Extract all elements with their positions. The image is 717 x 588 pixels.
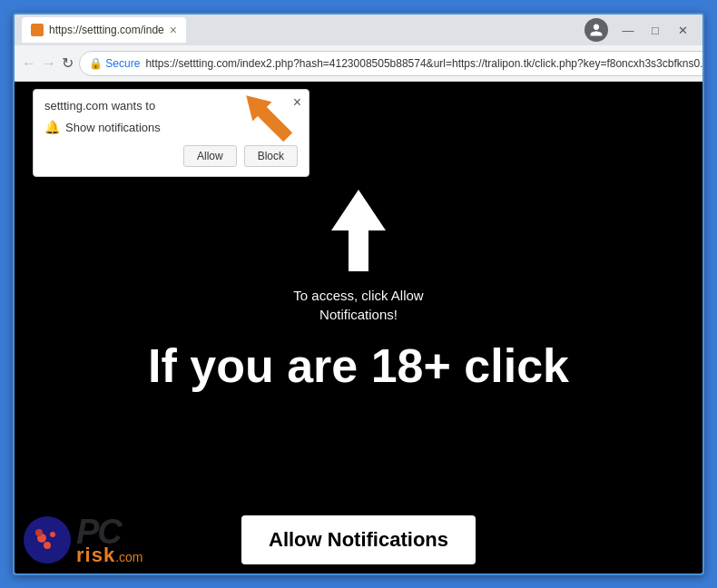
url-text: https://settting.com/index2.php?hash=412… bbox=[145, 57, 704, 70]
title-bar: https://settting.com/inde × — □ ✕ bbox=[15, 15, 702, 45]
tab-close-icon[interactable]: × bbox=[170, 24, 177, 36]
age-text: If you are 18+ click bbox=[148, 338, 569, 393]
arrow-body bbox=[349, 230, 368, 271]
svg-point-4 bbox=[44, 542, 51, 549]
close-button[interactable]: ✕ bbox=[670, 19, 695, 41]
popup-notification-text: Show notifications bbox=[65, 121, 161, 134]
forward-button[interactable]: → bbox=[42, 52, 56, 75]
watermark: PC risk .com bbox=[15, 505, 702, 573]
tab-favicon bbox=[31, 24, 44, 36]
white-up-arrow bbox=[331, 190, 386, 271]
svg-marker-0 bbox=[237, 86, 298, 147]
access-text: To access, click AllowNotifications! bbox=[293, 286, 423, 324]
arrow-head bbox=[331, 190, 386, 230]
window-controls: — □ ✕ bbox=[615, 19, 695, 41]
browser-window: https://settting.com/inde × — □ ✕ ← → ↻ … bbox=[13, 13, 704, 575]
svg-point-3 bbox=[50, 532, 55, 537]
refresh-button[interactable]: ↻ bbox=[62, 52, 74, 75]
address-field[interactable]: 🔒 Secure https://settting.com/index2.php… bbox=[79, 51, 704, 76]
pcrisk-text: PC risk .com bbox=[76, 514, 143, 565]
browser-content: × settting.com wants to 🔔 Show notificat… bbox=[15, 82, 702, 573]
profile-icon[interactable] bbox=[584, 18, 608, 42]
minimize-button[interactable]: — bbox=[615, 19, 641, 41]
svg-point-1 bbox=[31, 524, 64, 556]
orange-arrow bbox=[232, 82, 305, 158]
pcrisk-risk: risk bbox=[76, 545, 115, 565]
allow-button[interactable]: Allow bbox=[183, 145, 237, 167]
watermark-logo bbox=[24, 516, 71, 564]
bell-icon: 🔔 bbox=[44, 120, 60, 134]
browser-tab[interactable]: https://settting.com/inde × bbox=[22, 17, 186, 43]
back-button[interactable]: ← bbox=[22, 52, 36, 75]
pcrisk-com: .com bbox=[115, 550, 142, 564]
svg-point-5 bbox=[35, 529, 43, 536]
maximize-button[interactable]: □ bbox=[643, 19, 668, 41]
secure-icon: 🔒 Secure bbox=[89, 57, 140, 70]
tab-title: https://settting.com/inde bbox=[49, 24, 164, 36]
address-bar: ← → ↻ 🔒 Secure https://settting.com/inde… bbox=[15, 45, 702, 82]
